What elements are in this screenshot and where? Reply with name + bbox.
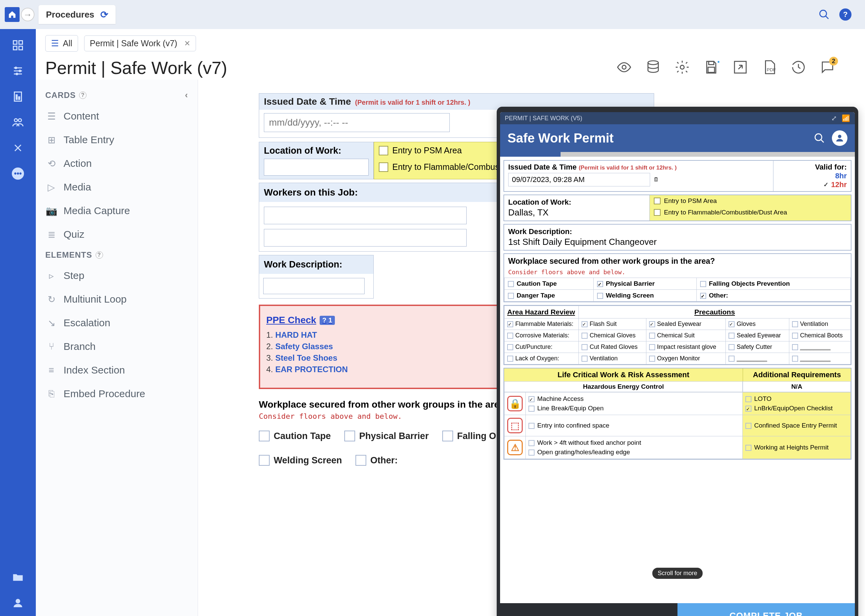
workdesc-value: 1st Shift Daily Equipment Changeover (508, 237, 847, 247)
card-quiz[interactable]: ≣Quiz (39, 223, 194, 246)
tab-current-label: Permit | Safe Work (v7) (90, 39, 178, 48)
rail-user[interactable] (9, 594, 27, 612)
element-index-section[interactable]: ≡Index Section (39, 358, 194, 382)
svg-rect-3 (19, 46, 23, 50)
secured-opt[interactable]: Other: (355, 455, 398, 466)
expand-icon[interactable]: ⤢ (831, 114, 837, 122)
secured-opt[interactable]: Physical Barrier (344, 431, 429, 442)
life-heights[interactable]: Work > 4ft without fixed anchor point (528, 439, 740, 446)
card-media[interactable]: ▷Media (39, 175, 194, 199)
rail-team[interactable] (9, 113, 27, 131)
element-escalation[interactable]: ↘Escalation (39, 311, 194, 335)
help-icon[interactable]: ? (96, 251, 103, 259)
card-table-entry[interactable]: ⊞Table Entry (39, 128, 194, 152)
opt-caution-tape[interactable]: Caution Tape (505, 278, 594, 290)
chevron-left-icon[interactable]: ‹ (185, 90, 188, 100)
checkbox[interactable] (442, 431, 453, 442)
tab-all[interactable]: ☰All (45, 35, 78, 52)
home-button[interactable] (5, 7, 20, 22)
issued-datetime-input[interactable] (264, 113, 450, 132)
opt-welding-screen[interactable]: Welding Screen (593, 290, 697, 302)
close-icon[interactable]: ✕ (184, 39, 190, 48)
worker-input[interactable] (264, 207, 467, 224)
comments-button[interactable]: 2 (820, 60, 835, 76)
refresh-icon[interactable]: ⟳ (101, 9, 108, 20)
complete-job-button[interactable]: COMPLETE JOB (678, 603, 855, 616)
checkbox[interactable] (654, 209, 661, 216)
calendar-icon[interactable]: 🗓 (653, 177, 659, 183)
save-button[interactable]: • (703, 60, 719, 76)
help-icon[interactable]: ? (79, 91, 86, 99)
dev-datetime-input[interactable] (508, 173, 650, 186)
req-heights-permit[interactable]: Working at Heights Permit (743, 436, 851, 459)
ppe-list: HARD HATSafety GlassesSteel Toe ShoesEAR… (266, 330, 401, 374)
checkbox[interactable] (259, 431, 270, 442)
sliders-icon (12, 65, 24, 77)
opt-other[interactable]: Other: (697, 290, 851, 302)
req-loto[interactable]: LOTO (745, 395, 848, 402)
card-action[interactable]: ⟲Action (39, 152, 194, 175)
workdesc-input[interactable] (263, 278, 365, 294)
req-confined-permit[interactable]: Confined Space Entry Permit (743, 415, 851, 436)
card-icon: ⟲ (46, 158, 57, 169)
life-line-break[interactable]: Line Break/Equip Open (528, 405, 740, 412)
dev-secured-block: Workplace secured from other work groups… (503, 253, 851, 302)
rail-folder[interactable] (9, 569, 27, 586)
card-content[interactable]: ☰Content (39, 104, 194, 128)
settings-button[interactable] (675, 60, 690, 76)
valid-12hr-option[interactable]: ✓12hr (777, 180, 847, 189)
opt-falling-objects[interactable]: Falling Objects Prevention (697, 278, 851, 290)
checkbox[interactable] (654, 198, 661, 204)
haz-cut[interactable]: Cut/Puncture: (505, 341, 579, 353)
dev-entry-psm[interactable]: Entry to PSM Area (650, 195, 851, 207)
location-input[interactable] (264, 159, 369, 176)
secured-opt[interactable]: Caution Tape (259, 431, 331, 442)
rail-tools[interactable] (9, 139, 27, 157)
checkbox[interactable] (259, 455, 270, 466)
element-branch[interactable]: ⑂Branch (39, 335, 194, 358)
valid-8hr-option[interactable]: 8hr (777, 171, 847, 180)
rail-sliders[interactable] (9, 62, 27, 80)
life-confined[interactable]: Entry into confined space (526, 415, 743, 436)
worker-input[interactable] (264, 229, 467, 247)
pdf-button[interactable]: PDF (761, 60, 777, 76)
element-multiunit-loop[interactable]: ↻Multiunit Loop (39, 288, 194, 311)
checkbox[interactable] (379, 146, 388, 156)
haz-o2[interactable]: Lack of Oxygen: (505, 353, 579, 365)
rail-more[interactable]: ••• (9, 165, 27, 182)
life-grating[interactable]: Open grating/holes/leading edge (528, 448, 740, 456)
card-media-capture[interactable]: 📷Media Capture (39, 199, 194, 223)
checkbox[interactable] (344, 431, 355, 442)
open-button[interactable] (733, 60, 748, 76)
database-button[interactable] (645, 60, 661, 76)
opt-danger-tape[interactable]: Danger Tape (505, 290, 594, 302)
confined-icon: ⬚ (507, 418, 523, 433)
life-machine-access[interactable]: Machine Access (528, 395, 740, 402)
haz-corrosive[interactable]: Corrosive Materials: (505, 330, 579, 341)
rail-report[interactable] (9, 88, 27, 105)
checkbox[interactable] (355, 455, 366, 466)
haz-flammable[interactable]: Flammable Materials: (505, 319, 579, 330)
rail-grid[interactable] (9, 36, 27, 54)
avatar-icon[interactable] (832, 130, 848, 146)
dev-entry-flammable[interactable]: Entry to Flammable/Combustible/Dust Area (650, 207, 851, 218)
opt-physical-barrier[interactable]: Physical Barrier (593, 278, 697, 290)
secured-opt[interactable]: Welding Screen (259, 455, 342, 466)
search-icon[interactable] (818, 9, 830, 20)
req-lnbrk[interactable]: LnBrk/EquipOpen Checklist (745, 405, 848, 412)
checkbox[interactable] (379, 162, 388, 172)
element-step[interactable]: ▹Step (39, 264, 194, 288)
forward-button[interactable]: → (21, 8, 35, 21)
dev-issued-block: Issued Date & Time (Permit is valid for … (503, 160, 851, 192)
preview-button[interactable] (616, 60, 632, 76)
team-icon (12, 116, 24, 128)
tab-current[interactable]: Permit | Safe Work (v7)✕ (84, 35, 196, 51)
side-panel: CARDS?‹ ☰Content⊞Table Entry⟲Action▷Medi… (36, 80, 198, 616)
toolbar: • PDF 2 (616, 60, 856, 76)
search-icon[interactable] (814, 132, 825, 144)
help-button[interactable]: ? (839, 8, 851, 20)
element-embed-procedure[interactable]: ⎘Embed Procedure (39, 382, 194, 405)
device-header: Safe Work Permit (500, 124, 855, 152)
top-tab-procedures[interactable]: Procedures ⟳ (39, 5, 116, 24)
history-button[interactable] (791, 60, 806, 76)
